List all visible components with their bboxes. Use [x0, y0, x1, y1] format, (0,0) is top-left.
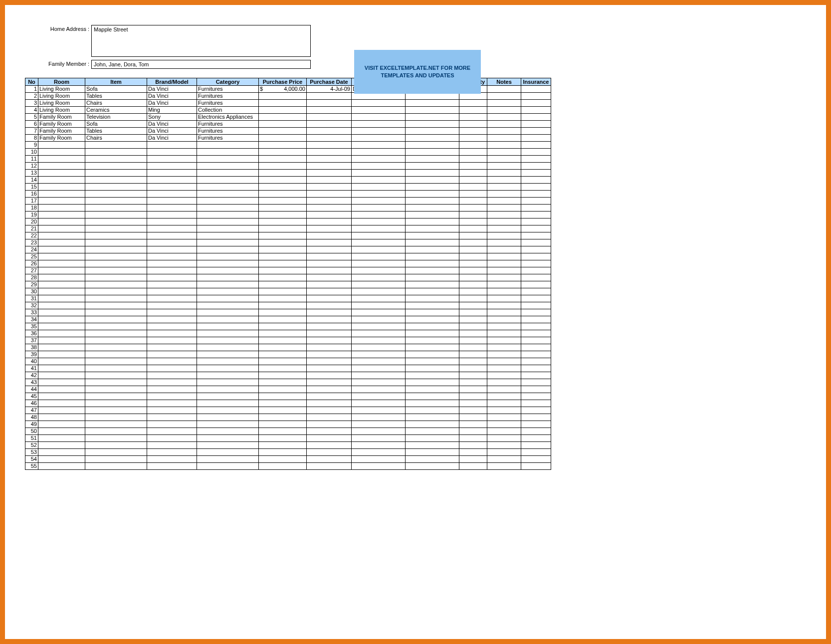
cell-room[interactable]: [38, 316, 85, 323]
cell-notes[interactable]: [487, 163, 521, 170]
cell-no[interactable]: 49: [25, 421, 38, 428]
cell-serial[interactable]: [406, 205, 459, 212]
cell-warranty[interactable]: [459, 128, 487, 135]
cell-warranty[interactable]: [459, 156, 487, 163]
cell-store[interactable]: [352, 316, 406, 323]
cell-brand[interactable]: [147, 456, 197, 463]
cell-insurance[interactable]: [521, 100, 551, 107]
cell-no[interactable]: 8: [25, 135, 38, 142]
cell-price[interactable]: [259, 393, 307, 400]
cell-category[interactable]: [197, 365, 259, 372]
cell-insurance[interactable]: [521, 449, 551, 456]
cell-item[interactable]: [85, 253, 147, 260]
cell-serial[interactable]: [406, 170, 459, 177]
cell-date[interactable]: [307, 442, 352, 449]
cell-notes[interactable]: [487, 295, 521, 302]
cell-warranty[interactable]: [459, 253, 487, 260]
cell-no[interactable]: 4: [25, 107, 38, 114]
cell-warranty[interactable]: [459, 309, 487, 316]
cell-item[interactable]: [85, 316, 147, 323]
cell-no[interactable]: 6: [25, 121, 38, 128]
cell-price[interactable]: [259, 435, 307, 442]
cell-serial[interactable]: [406, 281, 459, 288]
cell-notes[interactable]: [487, 212, 521, 218]
cell-item[interactable]: Television: [85, 114, 147, 121]
cell-category[interactable]: [197, 253, 259, 260]
cell-date[interactable]: [307, 149, 352, 156]
cell-no[interactable]: 27: [25, 267, 38, 274]
cell-room[interactable]: Living Room: [38, 86, 85, 93]
cell-serial[interactable]: [406, 344, 459, 351]
cell-price[interactable]: [259, 232, 307, 239]
cell-brand[interactable]: [147, 463, 197, 470]
cell-brand[interactable]: [147, 372, 197, 379]
cell-brand[interactable]: [147, 393, 197, 400]
cell-item[interactable]: [85, 358, 147, 365]
cell-store[interactable]: [352, 351, 406, 358]
cell-no[interactable]: 22: [25, 232, 38, 239]
cell-category[interactable]: [197, 449, 259, 456]
cell-insurance[interactable]: [521, 93, 551, 100]
cell-date[interactable]: [307, 274, 352, 281]
cell-no[interactable]: 17: [25, 198, 38, 205]
cell-notes[interactable]: [487, 149, 521, 156]
cell-store[interactable]: [352, 267, 406, 274]
cell-warranty[interactable]: [459, 400, 487, 407]
cell-brand[interactable]: [147, 351, 197, 358]
cell-warranty[interactable]: [459, 163, 487, 170]
cell-warranty[interactable]: [459, 386, 487, 393]
cell-serial[interactable]: [406, 323, 459, 330]
cell-room[interactable]: [38, 281, 85, 288]
cell-date[interactable]: [307, 456, 352, 463]
cell-serial[interactable]: [406, 435, 459, 442]
cell-insurance[interactable]: [521, 372, 551, 379]
cell-no[interactable]: 15: [25, 184, 38, 191]
cell-brand[interactable]: [147, 435, 197, 442]
cell-store[interactable]: [352, 142, 406, 149]
cell-warranty[interactable]: [459, 239, 487, 246]
cell-warranty[interactable]: [459, 260, 487, 267]
cell-no[interactable]: 39: [25, 351, 38, 358]
cell-price[interactable]: [259, 149, 307, 156]
cell-store[interactable]: [352, 274, 406, 281]
cell-date[interactable]: [307, 212, 352, 218]
cell-serial[interactable]: [406, 463, 459, 470]
cell-brand[interactable]: [147, 302, 197, 309]
cell-category[interactable]: [197, 386, 259, 393]
cell-insurance[interactable]: [521, 365, 551, 372]
cell-room[interactable]: Family Room: [38, 114, 85, 121]
cell-room[interactable]: [38, 170, 85, 177]
cell-warranty[interactable]: [459, 358, 487, 365]
cell-no[interactable]: 19: [25, 212, 38, 218]
cell-item[interactable]: [85, 239, 147, 246]
cell-serial[interactable]: [406, 365, 459, 372]
home-address-input[interactable]: Mapple Street: [91, 25, 311, 57]
cell-brand[interactable]: [147, 260, 197, 267]
cell-store[interactable]: [352, 218, 406, 225]
cell-store[interactable]: [352, 414, 406, 421]
cell-date[interactable]: [307, 191, 352, 198]
cell-room[interactable]: Family Room: [38, 128, 85, 135]
cell-price[interactable]: [259, 267, 307, 274]
cell-date[interactable]: [307, 365, 352, 372]
cell-price[interactable]: [259, 421, 307, 428]
cell-store[interactable]: [352, 100, 406, 107]
cell-date[interactable]: [307, 135, 352, 142]
cell-notes[interactable]: [487, 142, 521, 149]
cell-notes[interactable]: [487, 232, 521, 239]
cell-store[interactable]: [352, 330, 406, 337]
cell-room[interactable]: [38, 163, 85, 170]
cell-room[interactable]: [38, 421, 85, 428]
cell-brand[interactable]: [147, 344, 197, 351]
cell-brand[interactable]: [147, 191, 197, 198]
cell-room[interactable]: [38, 191, 85, 198]
cell-serial[interactable]: [406, 107, 459, 114]
cell-warranty[interactable]: [459, 393, 487, 400]
cell-serial[interactable]: [406, 414, 459, 421]
cell-no[interactable]: 48: [25, 414, 38, 421]
cell-notes[interactable]: [487, 365, 521, 372]
cell-warranty[interactable]: [459, 456, 487, 463]
cell-no[interactable]: 18: [25, 205, 38, 212]
cell-item[interactable]: [85, 267, 147, 274]
cell-insurance[interactable]: [521, 246, 551, 253]
